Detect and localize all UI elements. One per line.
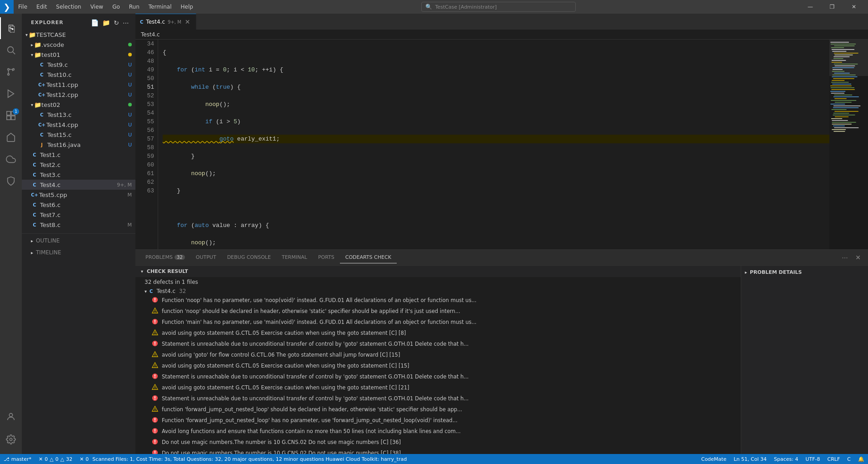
sidebar-timeline[interactable]: ▸ TIMELINE [22,247,135,258]
encoding-item[interactable]: UTF-8 [802,454,823,464]
sidebar-item-vscode[interactable]: ▸ 📁 .vscode [22,40,135,50]
sidebar-item-test14cpp[interactable]: C+ Test14.cpp U [22,120,135,130]
tab-output[interactable]: OUTPUT [190,252,222,263]
sidebar-item-testcase[interactable]: ▾ 📁 TESTCASE [22,30,135,40]
panel-close-button[interactable]: ✕ [853,253,863,262]
panel-more-button[interactable]: ⋯ [839,253,851,262]
sidebar-item-test8c[interactable]: C Test8.c M [22,220,135,230]
sidebar-item-test16java[interactable]: J Test16.java U [22,140,135,150]
sidebar-item-test15c[interactable]: C Test15.c U [22,130,135,140]
line-ending-label: CRLF [828,456,840,462]
sidebar-item-test13c[interactable]: C Test13.c U [22,110,135,120]
menu-run[interactable]: Run [125,0,144,14]
account-icon[interactable] [0,406,22,428]
problem-item-13[interactable]: !Do not use magic numbers.The number is … [135,437,741,448]
search-icon[interactable] [0,39,22,61]
menu-go[interactable]: Go [108,0,125,14]
tab-codearts-check[interactable]: CODEARTS CHECK [340,252,397,263]
settings-icon[interactable] [0,429,22,450]
extensions-icon[interactable]: 1 [0,105,22,126]
error-icon: ! [152,449,159,454]
sidebar-outline[interactable]: ▸ OUTLINE [22,233,135,247]
tab-terminal[interactable]: TERMINAL [276,252,313,263]
tab-problems[interactable]: PROBLEMS 32 [140,252,190,263]
new-file-button[interactable]: 📄 [90,18,100,27]
sidebar-item-test01[interactable]: ▾ 📁 test01 [22,50,135,60]
close-button[interactable]: ✕ [843,0,864,14]
sidebar-item-test11cpp[interactable]: C+ Test11.cpp U [22,80,135,90]
problem-text: Statement is unreachable due to uncondit… [162,340,733,348]
menu-selection[interactable]: Selection [51,0,85,14]
code-editor[interactable]: 34 46 48 49 50 51 52 53 54 55 56 57 58 5… [135,40,868,249]
cloud-icon[interactable] [0,148,22,170]
cursor-position-item[interactable]: Ln 51, Col 34 [730,454,770,464]
line-ending-item[interactable]: CRLF [824,454,844,464]
status-bar-left: ⎇ master* ✕ 0 △ 0 △ 32 ✕ 0 [0,454,92,464]
sidebar-item-test10c[interactable]: C Test10.c U [22,70,135,80]
file-group-test4c[interactable]: ▾ C Test4.c 32 [135,287,741,295]
svg-text:!: ! [154,298,156,303]
menu-help[interactable]: Help [176,0,198,14]
problem-item-2[interactable]: !Function 'main' has no parameter, use '… [135,317,741,328]
source-control-icon[interactable] [0,61,22,83]
errors-count-item[interactable]: ✕ 0 [76,454,92,464]
codemate-item[interactable]: CodeMate [698,454,730,464]
sidebar-item-test3c[interactable]: C Test3.c [22,170,135,180]
breadcrumb: Test4.c [135,30,868,40]
tab-debug-console[interactable]: DEBUG CONSOLE [222,252,276,263]
problem-item-10[interactable]: !function 'forward_jump_out_nested_loop'… [135,404,741,415]
error-count: 0 [45,456,48,462]
problem-item-14[interactable]: !Do not use magic numbers.The number is … [135,448,741,454]
tab-ports[interactable]: PORTS [313,252,340,263]
sidebar-item-test2c[interactable]: C Test2.c [22,160,135,170]
problem-item-1[interactable]: !function 'noop' should be declared in h… [135,306,741,317]
notifications-item[interactable]: 🔔 [854,454,868,464]
code-content[interactable]: { for (int i = 0; i < 10; ++i) { while (… [158,40,829,249]
language-mode-item[interactable]: C [843,454,854,464]
git-branch-item[interactable]: ⎇ master* [0,454,35,464]
menu-file[interactable]: File [14,0,32,14]
svg-text:!: ! [154,386,156,390]
errors-warnings-item[interactable]: ✕ 0 △ 0 △ 32 [35,454,76,464]
problem-item-0[interactable]: !Function 'noop' has no parameter, use '… [135,295,741,306]
editor-tab-test4c[interactable]: C Test4.c 9+, M ✕ [135,14,196,30]
check-result-header[interactable]: ▾ CHECK RESULT [135,266,741,277]
menu-terminal[interactable]: Terminal [144,0,176,14]
problem-item-5[interactable]: !avoid using 'goto' for flow control G.C… [135,350,741,361]
error-icon: ! [152,373,159,382]
sidebar-item-test9c[interactable]: C Test9.c U [22,60,135,70]
problem-item-11[interactable]: !Function 'forward_jump_out_nested_loop'… [135,415,741,426]
new-folder-button[interactable]: 📁 [101,18,111,27]
security-icon[interactable] [0,170,22,192]
refresh-button[interactable]: ↻ [113,18,120,27]
collapse-all-button[interactable]: ⋯ [122,18,130,27]
minimize-button[interactable]: — [800,0,821,14]
sidebar-item-test6c[interactable]: C Test6.c [22,200,135,210]
sidebar-item-test5cpp[interactable]: C+ Test5.cpp M [22,190,135,200]
sidebar-item-test02[interactable]: ▾ 📁 test02 [22,100,135,110]
code-line-51: goto early_exit1; [163,135,829,143]
menu-view[interactable]: View [86,0,108,14]
remote-icon[interactable] [0,126,22,148]
menu-edit[interactable]: Edit [32,0,51,14]
tab-close-button[interactable]: ✕ [184,17,191,26]
chevron-right-icon: ▸ [745,270,747,275]
problem-item-7[interactable]: !Statement is unreachable due to uncondi… [135,372,741,383]
problem-item-3[interactable]: !avoid using goto statement G.CTL.05 Exe… [135,328,741,339]
global-search-bar[interactable]: 🔍 TestCase [Administrator] [421,2,576,12]
sidebar-item-test1c[interactable]: C Test1.c [22,150,135,160]
problem-item-4[interactable]: !Statement is unreachable due to uncondi… [135,339,741,350]
sidebar-item-test4c[interactable]: C Test4.c 9+, M [22,180,135,190]
problem-item-12[interactable]: !Avoid long functions and ensure that fu… [135,426,741,437]
sidebar-item-test7c[interactable]: C Test7.c [22,210,135,220]
sidebar-item-label: Test13.c [47,111,128,118]
indentation-item[interactable]: Spaces: 4 [770,454,802,464]
files-icon[interactable]: ⎘ [0,17,22,39]
maximize-button[interactable]: ❐ [822,0,843,14]
run-debug-icon[interactable] [0,83,22,105]
problem-item-6[interactable]: !avoid using goto statement G.CTL.05 Exe… [135,361,741,372]
problem-item-9[interactable]: !Statement is unreachable due to uncondi… [135,393,741,404]
svg-rect-10 [11,116,15,120]
sidebar-item-test12cpp[interactable]: C+ Test12.cpp U [22,90,135,100]
problem-item-8[interactable]: !avoid using goto statement G.CTL.05 Exe… [135,383,741,393]
